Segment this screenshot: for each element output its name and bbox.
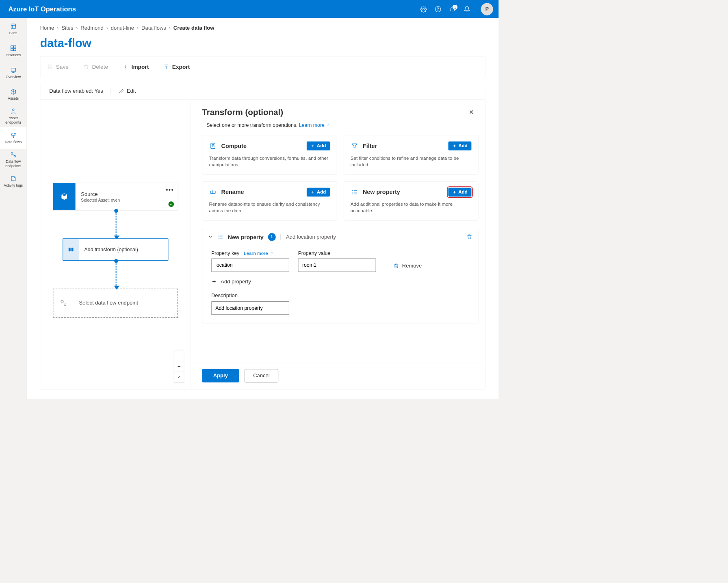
- page-title: data-flow: [40, 37, 485, 50]
- apply-button[interactable]: Apply: [202, 369, 239, 383]
- np-title: New property: [228, 234, 264, 240]
- zoom-controls: + − ⤢: [174, 350, 184, 382]
- sidebar-item-asset-endpoints[interactable]: Asset endpoints: [0, 106, 26, 127]
- avatar[interactable]: P: [481, 3, 493, 15]
- np-summary: Add location property: [286, 234, 336, 240]
- card-rename: Rename Add Rename datapoints to ensure c…: [202, 181, 337, 221]
- breadcrumb-sites[interactable]: Sites: [61, 25, 73, 31]
- node-endpoint[interactable]: Select data flow endpoint: [53, 289, 178, 318]
- sidebar-item-label: Assets: [8, 96, 19, 101]
- node-source-title: Source: [81, 191, 172, 197]
- svg-point-11: [14, 133, 15, 135]
- brand-title: Azure IoT Operations: [9, 5, 420, 13]
- add-new-property-button[interactable]: Add: [448, 187, 472, 196]
- card-rename-title: Rename: [221, 189, 303, 195]
- panel-footer: Apply Cancel: [191, 362, 485, 389]
- edit-button[interactable]: Edit: [119, 88, 136, 94]
- add-compute-button[interactable]: Add: [307, 141, 330, 150]
- node-source[interactable]: Source Selected Asset: oven •••: [53, 183, 178, 210]
- status-card: Data flow enabled: Yes Edit: [40, 83, 485, 100]
- breadcrumb-flows[interactable]: Data flows: [141, 25, 166, 31]
- sidebar-item-overview[interactable]: Overview: [0, 62, 26, 84]
- remove-property-button[interactable]: Remove: [393, 263, 422, 272]
- svg-rect-7: [13, 48, 15, 50]
- svg-point-2: [438, 10, 438, 11]
- sidebar-item-label: Asset endpoints: [0, 116, 26, 124]
- svg-rect-4: [11, 46, 13, 48]
- sidebar-item-label: Data flows: [5, 140, 22, 144]
- save-button: Save: [47, 64, 69, 70]
- zoom-in-button[interactable]: +: [174, 350, 184, 361]
- property-key-input[interactable]: [211, 259, 289, 272]
- svg-rect-20: [210, 191, 215, 193]
- main: Home› Sites› Redmond› donut-line› Data f…: [27, 18, 499, 400]
- sidebar-item-label: Activity logs: [4, 183, 23, 188]
- node-transform[interactable]: Add transform (optional): [63, 238, 168, 261]
- canvas[interactable]: Source Selected Asset: oven ••• Add tran…: [40, 100, 191, 389]
- panel-title: Transform (optional): [202, 107, 469, 117]
- help-icon[interactable]: [435, 6, 441, 12]
- sidebar-item-assets[interactable]: Assets: [0, 84, 26, 105]
- topbar: Azure IoT Operations 1 P: [0, 0, 499, 18]
- breadcrumb-redmond[interactable]: Redmond: [80, 25, 103, 31]
- sidebar: Sites Instances Overview Assets Asset en…: [0, 18, 27, 400]
- add-filter-button[interactable]: Add: [448, 141, 472, 150]
- breadcrumb-home[interactable]: Home: [40, 25, 54, 31]
- card-new-property: New property Add Add additional properti…: [344, 181, 479, 221]
- svg-point-0: [423, 8, 425, 10]
- svg-point-10: [11, 133, 12, 135]
- delete-label: Delete: [92, 64, 108, 70]
- close-icon[interactable]: ✕: [469, 107, 474, 116]
- breadcrumb: Home› Sites› Redmond› donut-line› Data f…: [40, 25, 485, 31]
- new-property-header[interactable]: New property 1 Add location property: [202, 229, 478, 245]
- rename-icon: [209, 188, 217, 196]
- svg-point-9: [12, 109, 14, 111]
- sidebar-item-label: Data flow endpoints: [0, 159, 26, 168]
- breadcrumb-donut[interactable]: donut-line: [111, 25, 134, 31]
- card-filter: Filter Add Set filter conditions to refi…: [344, 135, 479, 174]
- property-value-label: Property value: [298, 250, 376, 256]
- alerts-badge: 1: [453, 4, 457, 9]
- add-rename-button[interactable]: Add: [307, 187, 330, 196]
- connector-1: [116, 211, 117, 239]
- learn-more-link[interactable]: Learn more: [299, 122, 330, 128]
- notifications-icon[interactable]: [464, 6, 470, 12]
- import-button[interactable]: Import: [123, 64, 149, 70]
- learn-more-key-link[interactable]: Learn more: [244, 250, 273, 256]
- zoom-fit-button[interactable]: ⤢: [174, 372, 184, 382]
- card-newprop-title: New property: [363, 189, 444, 195]
- description-input[interactable]: [211, 301, 289, 315]
- svg-rect-16: [72, 248, 73, 251]
- property-value-input[interactable]: [298, 259, 376, 272]
- card-newprop-desc: Add additional properties to data to mak…: [351, 201, 472, 214]
- sidebar-item-instances[interactable]: Instances: [0, 40, 26, 62]
- sidebar-item-label: Overview: [6, 75, 21, 79]
- topbar-actions: 1 P: [420, 3, 493, 15]
- svg-rect-15: [69, 248, 70, 251]
- sidebar-item-sites[interactable]: Sites: [0, 18, 26, 40]
- node-source-more-icon[interactable]: •••: [166, 186, 174, 194]
- add-property-button[interactable]: Add property: [211, 278, 469, 285]
- filter-icon: [351, 142, 358, 150]
- sidebar-item-activity-logs[interactable]: Activity logs: [0, 171, 26, 192]
- zoom-out-button[interactable]: −: [174, 361, 184, 372]
- cancel-button[interactable]: Cancel: [245, 369, 278, 383]
- sidebar-item-dataflow-endpoints[interactable]: Data flow endpoints: [0, 149, 26, 170]
- node-endpoint-title: Select data flow endpoint: [79, 300, 172, 306]
- sidebar-item-data-flows[interactable]: Data flows: [0, 127, 26, 149]
- card-filter-title: Filter: [363, 143, 444, 149]
- new-property-block: New property 1 Add location property Pro…: [202, 229, 478, 323]
- breadcrumb-current: Create data flow: [173, 25, 214, 31]
- export-button[interactable]: Export: [163, 64, 190, 70]
- property-key-label: Property key: [211, 250, 239, 256]
- gear-icon[interactable]: [420, 6, 427, 12]
- node-source-sub: Selected Asset: oven: [81, 198, 172, 202]
- svg-rect-19: [211, 143, 215, 148]
- alerts-icon[interactable]: 1: [449, 6, 456, 12]
- save-label: Save: [56, 64, 69, 70]
- svg-rect-8: [11, 68, 15, 72]
- transform-icon: [63, 239, 78, 260]
- np-count-badge: 1: [268, 233, 276, 241]
- delete-newprop-button[interactable]: [466, 234, 472, 241]
- list-icon: [217, 234, 223, 241]
